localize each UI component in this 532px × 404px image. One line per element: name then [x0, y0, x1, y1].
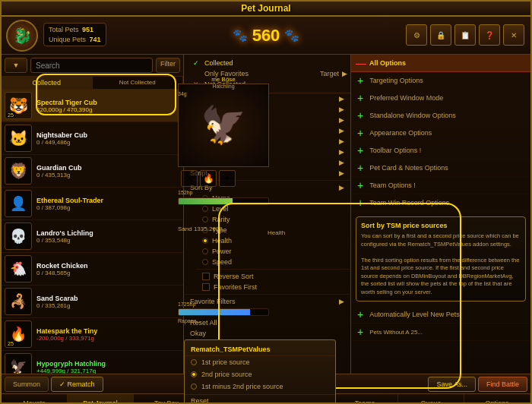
option-toolbar[interactable]: + Toolbar Options ! — [351, 142, 530, 159]
tsm-dropdown: Rematch_TSMPetValues 1st price source 2n… — [184, 339, 336, 404]
option-auto-level[interactable]: + Automatically Level New Pets — [351, 306, 530, 324]
hp-bar-1 — [178, 197, 269, 205]
tab-not-collected: Not Collected — [93, 77, 184, 89]
ability-icon-3[interactable]: ✦ — [219, 170, 236, 187]
pet-name: Hatespark the Tiny — [36, 327, 180, 335]
top-icon-4[interactable]: ❓ — [479, 24, 500, 46]
favorites-first[interactable]: Favorites First — [196, 282, 350, 292]
pet-info: Landro's Lichling 0 / 353,548g — [36, 229, 180, 244]
summon-button[interactable]: Summon — [5, 377, 49, 392]
search-bar: ▼ Search Filter — [2, 55, 183, 77]
plus-icon: + — [357, 308, 363, 320]
sort-options: Name Level Rarity Type Health — [184, 193, 350, 292]
pet-portrait: 🦅 — [5, 353, 32, 374]
list-item[interactable]: 🔥 25 Hatespark the Tiny -200,000g / 333,… — [2, 318, 183, 351]
tab-options[interactable]: Options — [464, 394, 530, 404]
list-item[interactable]: 👤 Ethereal Soul-Trader 0 / 387,098g — [2, 188, 183, 220]
option-without-a25[interactable]: + Pets Without A 25... — [351, 324, 530, 341]
sort-tooltip: Sort by TSM price sources You can sort b… — [356, 216, 526, 301]
close-button[interactable]: ✕ — [503, 24, 524, 46]
pet-portrait: 💀 — [5, 223, 32, 250]
sort-health[interactable]: Health — [196, 235, 350, 246]
arrow-icon: ▶ — [339, 184, 344, 191]
radio-2 — [191, 371, 197, 377]
plus-icon: + — [357, 127, 363, 139]
tabs-row: Collected Not Collected — [2, 77, 183, 90]
target-arrow: ▶ — [342, 70, 347, 77]
list-item[interactable]: 💀 Landro's Lichling 0 / 353,548g — [2, 220, 183, 253]
health-label: Health — [268, 229, 285, 236]
tsm-option-2[interactable]: 2nd price source — [185, 368, 335, 380]
tab-teams[interactable]: Teams — [332, 394, 398, 404]
pet-counter: 560 — [252, 26, 280, 46]
filter-button[interactable]: Filter — [156, 58, 180, 73]
option-team[interactable]: + Team Options ! — [351, 177, 530, 194]
top-icon-1[interactable]: ⚙ — [406, 24, 427, 46]
option-pet-card[interactable]: + Pet Card & Notes Options — [351, 159, 530, 177]
option-label: Targeting Options — [369, 77, 524, 84]
avatar: 🐉 — [6, 20, 38, 52]
list-item[interactable]: 🦁 Guardian Cub 0 / 435,313g — [2, 155, 183, 188]
option-appearance[interactable]: + Appearance Options — [351, 125, 530, 142]
arrow-icon: ▶ — [339, 169, 344, 177]
top-icon-2[interactable]: 🔒 — [430, 24, 451, 46]
option-targeting[interactable]: + Targeting Options — [351, 72, 530, 90]
rematch-button[interactable]: ✓ Rematch — [51, 377, 103, 392]
tab-collected[interactable]: Collected — [2, 77, 93, 89]
pet-portrait: 🦁 — [5, 157, 32, 185]
reverse-sort-label: Reverse Sort — [214, 273, 254, 280]
tab-mounts[interactable]: Mounts — [2, 394, 68, 404]
list-item[interactable]: 🦅 Hypogryph Hatchling +449,999g / 321,71… — [2, 351, 183, 374]
option-label: Automatically Level New Pets — [369, 311, 524, 318]
menu-item-okay[interactable]: Okay — [184, 328, 350, 339]
list-item[interactable]: 🐔 Rocket Chicken 0 / 348,565g — [2, 253, 183, 286]
total-pets-label: Total Pets 951 — [49, 25, 101, 35]
option-label: Team Options ! — [369, 181, 524, 189]
plus-icon: + — [357, 197, 363, 209]
radio-power — [202, 248, 208, 254]
tsm-option-3[interactable]: 1st minus 2nd price source — [185, 380, 335, 393]
option-team-win[interactable]: + Team Win Record Options — [351, 194, 530, 212]
save-as-button[interactable]: Save As... — [428, 377, 476, 392]
hp-bar-area: 152hp — [178, 190, 269, 207]
filter-dropdown[interactable]: ▼ — [5, 58, 27, 73]
option-window-mode[interactable]: + Preferred Window Mode — [351, 90, 530, 107]
sort-health-label: Health — [212, 237, 232, 245]
arrow-icon: ▶ — [339, 95, 344, 103]
pet-price: 420,000g / 470,390g — [36, 106, 180, 113]
menu-item-collected[interactable]: ✓ Collected — [187, 58, 314, 68]
favorites-first-label: Favorites First — [214, 283, 257, 291]
option-standalone[interactable]: + Standalone Window Options — [351, 107, 530, 125]
pet-name: Hypogryph Hatchling — [36, 360, 180, 368]
paw-left-icon: 🐾 — [233, 28, 248, 43]
find-battle-button[interactable]: Find Battle — [478, 377, 527, 392]
arrow-icon: ▶ — [339, 137, 344, 145]
plus-icon: + — [357, 92, 363, 104]
tab-pet-journal[interactable]: Pet Journal — [68, 394, 134, 404]
tsm-option-1[interactable]: 1st price source — [185, 356, 335, 368]
ability-icon-2[interactable]: 🔥 — [200, 170, 217, 187]
arrow-icon: ▶ — [339, 159, 344, 166]
title-bar: Pet Journal — [2, 2, 530, 17]
top-icon-3[interactable]: 📋 — [454, 24, 476, 46]
list-item[interactable]: 🦂 Sand Scarab 0 / 335,261g — [2, 286, 183, 318]
list-item[interactable]: 🐱 Nightsaber Cub 0 / 449,486g — [2, 122, 183, 155]
sort-rarity[interactable]: Rarity — [196, 214, 350, 225]
sort-power[interactable]: Power — [196, 246, 350, 257]
tab-queue[interactable]: Queue — [398, 394, 464, 404]
exclaim-icon: ! — [413, 181, 416, 189]
plus-icon: + — [357, 162, 363, 174]
list-item[interactable]: 🐯 25 Spectral Tiger Cub 420,000g / 470,3… — [2, 90, 183, 122]
ability-icon-1[interactable]: ⚔ — [181, 170, 198, 187]
all-options-label: All Options — [369, 59, 406, 67]
search-input-wrap[interactable]: Search — [30, 58, 153, 73]
option-label: Preferred Window Mode — [369, 94, 524, 102]
sort-speed-label: Speed — [212, 258, 232, 266]
plus-icon: + — [357, 74, 363, 87]
arrow-icon: ▶ — [339, 148, 344, 156]
sort-speed[interactable]: Speed — [196, 257, 350, 267]
reverse-sort[interactable]: Reverse Sort — [196, 271, 350, 282]
option-label: Standalone Window Options — [369, 112, 524, 119]
pet-portrait: 🔥 25 — [5, 320, 32, 348]
sort-rarity-label: Rarity — [212, 216, 230, 223]
